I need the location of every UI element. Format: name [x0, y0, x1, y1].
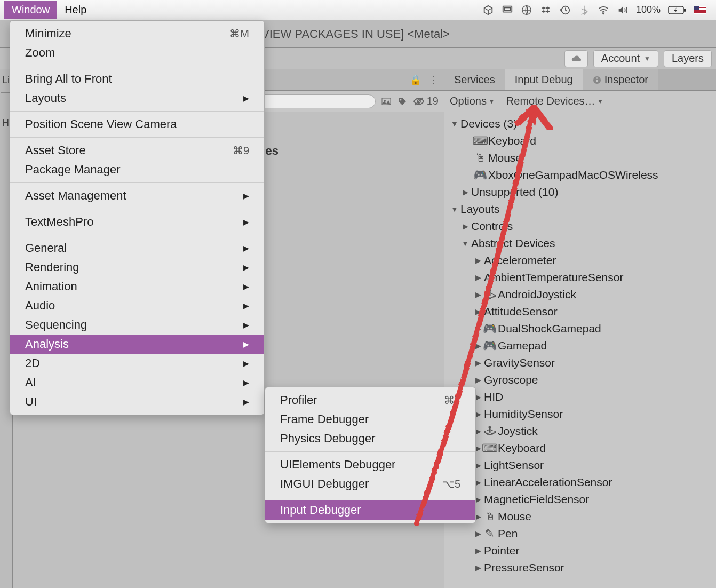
- submenu-frame-debugger[interactable]: Frame Debugger: [265, 410, 475, 429]
- tag-icon[interactable]: [397, 96, 408, 107]
- tree-devices[interactable]: ▼Devices (3): [444, 115, 716, 132]
- menu-2d[interactable]: 2D▶: [10, 354, 264, 373]
- wifi-icon[interactable]: [598, 4, 609, 16]
- menu-position-camera[interactable]: Position Scene View Camera: [10, 115, 264, 134]
- joystick-icon: 🕹: [484, 290, 496, 299]
- tab-services[interactable]: Services: [444, 69, 505, 90]
- tree-keyboard[interactable]: ⌨Keyboard: [444, 132, 716, 149]
- svg-point-14: [596, 77, 597, 78]
- tree-keyboard2[interactable]: ▶⌨Keyboard: [444, 440, 716, 457]
- gamepad-icon: 🎮: [474, 170, 486, 180]
- tree-gravity[interactable]: ▶GravitySensor: [444, 354, 716, 371]
- lock-icon[interactable]: 🔒: [410, 74, 421, 86]
- menubar-help[interactable]: Help: [57, 1, 94, 19]
- tab-inspector[interactable]: Inspector: [583, 69, 658, 90]
- tree-ambient[interactable]: ▶AmbientTemperatureSensor: [444, 269, 716, 286]
- tree-gamepad[interactable]: ▶🎮Gamepad: [444, 337, 716, 354]
- menu-rendering[interactable]: Rendering▶: [10, 258, 264, 277]
- tree-pressure[interactable]: ▶PressureSensor: [444, 559, 716, 576]
- menu-zoom[interactable]: Zoom: [10, 43, 264, 62]
- menu-layouts[interactable]: Layouts▶: [10, 89, 264, 108]
- menubar-left: Window Help: [4, 1, 94, 19]
- menubar-right: 100%: [482, 4, 712, 16]
- svg-point-4: [603, 13, 604, 14]
- joystick-icon: 🕹: [484, 426, 496, 436]
- timemachine-icon[interactable]: [559, 4, 571, 16]
- battery-icon[interactable]: [668, 5, 686, 15]
- tree-controls[interactable]: ▶Controls: [444, 218, 716, 235]
- menu-asset-management[interactable]: Asset Management▶: [10, 186, 264, 205]
- tree-mouse2[interactable]: ▶🖱Mouse: [444, 508, 716, 525]
- tree-android[interactable]: ▶🕹AndroidJoystick: [444, 286, 716, 303]
- menubar-window[interactable]: Window: [4, 1, 57, 19]
- menu-bring-front[interactable]: Bring All to Front: [10, 69, 264, 89]
- right-tabs: Services Input Debug Inspector: [444, 69, 716, 91]
- tree-linear[interactable]: ▶LinearAccelerationSensor: [444, 474, 716, 491]
- submenu-profiler[interactable]: Profiler⌘7: [265, 391, 475, 410]
- options-dropdown[interactable]: Options▼: [450, 95, 495, 107]
- menu-general[interactable]: General▶: [10, 239, 264, 258]
- menu-asset-store[interactable]: Asset Store⌘9: [10, 141, 264, 160]
- mouse-icon: 🖱: [474, 153, 486, 163]
- tree-pointer[interactable]: ▶Pointer: [444, 542, 716, 559]
- tree-magnetic[interactable]: ▶MagneticFieldSensor: [444, 491, 716, 508]
- remote-devices-dropdown[interactable]: Remote Devices…▼: [506, 95, 603, 107]
- dropbox-icon[interactable]: [540, 4, 552, 16]
- menu-ai[interactable]: AI▶: [10, 373, 264, 392]
- tree-accel[interactable]: ▶Accelerometer: [444, 252, 716, 269]
- svg-point-8: [384, 100, 386, 102]
- menu-analysis[interactable]: Analysis▶: [10, 335, 264, 354]
- tree-abstract[interactable]: ▼Abstract Devices: [444, 235, 716, 252]
- tree-attitude[interactable]: ▶AttitudeSensor: [444, 303, 716, 320]
- macos-menubar: Window Help 100%: [0, 0, 716, 20]
- submenu-input-debugger[interactable]: Input Debugger: [265, 500, 475, 520]
- flag-us-icon[interactable]: [694, 6, 706, 14]
- tree-joystick[interactable]: ▶🕹Joystick: [444, 423, 716, 440]
- gamepad-icon: 🎮: [484, 341, 496, 351]
- tree-humidity[interactable]: ▶HumiditySensor: [444, 406, 716, 423]
- svg-rect-13: [596, 80, 598, 82]
- tree-light[interactable]: ▶LightSensor: [444, 457, 716, 474]
- bluetooth-icon[interactable]: [578, 4, 590, 16]
- tab-menu-icon[interactable]: ⋮: [429, 74, 439, 86]
- device-tree: ▼Devices (3) ⌨Keyboard 🖱Mouse 🎮XboxOneGa…: [444, 112, 716, 588]
- menu-package-manager[interactable]: Package Manager: [10, 160, 264, 179]
- tree-gyro[interactable]: ▶Gyroscope: [444, 371, 716, 388]
- tree-pen[interactable]: ▶✎Pen: [444, 525, 716, 542]
- keyboard-icon: ⌨: [474, 136, 486, 146]
- tree-hid[interactable]: ▶HID: [444, 388, 716, 406]
- mouse-icon: 🖱: [484, 512, 496, 521]
- tab-input-debug[interactable]: Input Debug: [505, 69, 583, 90]
- pen-icon: ✎: [484, 529, 496, 538]
- battery-percent[interactable]: 100%: [636, 4, 661, 15]
- unity-icon[interactable]: [482, 4, 494, 16]
- tree-dualshock[interactable]: ▶🎮DualShockGamepad: [444, 320, 716, 337]
- gamepad-icon: 🎮: [484, 324, 496, 333]
- submenu-uielements-debugger[interactable]: UIElements Debugger: [265, 455, 475, 474]
- volume-icon[interactable]: [617, 4, 629, 16]
- options-row: Options▼ Remote Devices…▼: [444, 91, 716, 112]
- submenu-physics-debugger[interactable]: Physics Debugger: [265, 429, 475, 448]
- hidden-icon[interactable]: 19: [413, 95, 439, 107]
- tree-unsupported[interactable]: ▶Unsupported (10): [444, 184, 716, 201]
- menu-minimize[interactable]: Minimize⌘M: [10, 24, 264, 43]
- submenu-imgui-debugger[interactable]: IMGUI Debugger⌥5: [265, 474, 475, 494]
- right-panel: Services Input Debug Inspector Options▼ …: [444, 69, 716, 588]
- tree-mouse[interactable]: 🖱Mouse: [444, 149, 716, 166]
- globe-icon[interactable]: [521, 4, 532, 16]
- scene-icon[interactable]: [381, 96, 392, 107]
- analysis-submenu: Profiler⌘7 Frame Debugger Physics Debugg…: [265, 387, 476, 523]
- menu-audio[interactable]: Audio▶: [10, 296, 264, 315]
- account-button[interactable]: Account▼: [593, 50, 658, 67]
- layers-button[interactable]: Layers: [664, 50, 712, 67]
- display-icon[interactable]: [502, 4, 513, 16]
- tree-xbox[interactable]: 🎮XboxOneGampadMacOSWireless: [444, 166, 716, 184]
- menu-textmeshpro[interactable]: TextMeshPro▶: [10, 212, 264, 232]
- svg-rect-1: [504, 7, 510, 11]
- cloud-button[interactable]: [564, 50, 588, 67]
- menu-animation[interactable]: Animation▶: [10, 277, 264, 296]
- menu-ui[interactable]: UI▶: [10, 392, 264, 411]
- tree-layouts[interactable]: ▼Layouts: [444, 201, 716, 218]
- svg-point-9: [400, 99, 401, 100]
- menu-sequencing[interactable]: Sequencing▶: [10, 315, 264, 335]
